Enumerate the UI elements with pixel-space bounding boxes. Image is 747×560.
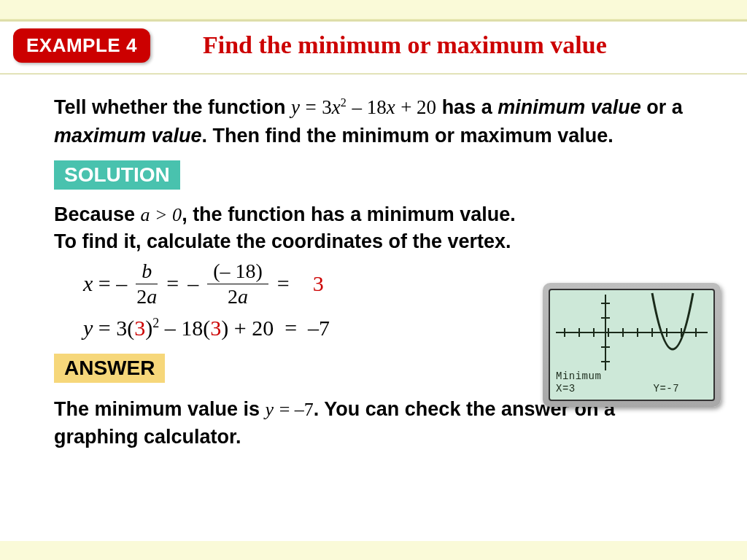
eq2-sq: 2	[152, 316, 159, 330]
answer-label: ANSWER	[54, 354, 165, 383]
eq1-result: 3	[313, 271, 324, 296]
problem-or: or a	[646, 96, 683, 118]
explain-p2: To find it, calculate the coordinates of…	[54, 230, 511, 252]
frac-num-neg18: (– 18)	[207, 260, 268, 284]
calculator-frame: Minimum X=3 Y=-7	[543, 283, 721, 407]
eq2-mid1: )	[145, 316, 152, 340]
eq-equals: =	[306, 96, 317, 118]
eq1-eq2: =	[166, 271, 179, 296]
explain-condition: a > 0	[141, 204, 182, 225]
eq-x: x	[332, 96, 341, 118]
explanation-line2: To find it, calculate the coordinates of…	[54, 228, 693, 254]
minimum-value-text: minimum value	[498, 96, 641, 118]
problem-lead2: has a	[442, 96, 492, 118]
problem-lead: Tell whether the function	[54, 96, 286, 118]
eq-x2: x	[387, 96, 395, 118]
problem-statement: Tell whether the function y = 3x2 – 18x …	[54, 93, 693, 150]
fraction-neg18-over-2a: (– 18) 2a	[207, 260, 268, 307]
eq1-x: x	[83, 271, 93, 295]
eq1-neg2: –	[187, 271, 198, 296]
eq1-eq3: =	[277, 271, 290, 296]
calc-line1: Minimum	[556, 370, 679, 383]
frac-num-b: b	[136, 260, 158, 284]
fraction-b-over-2a: b 2a	[136, 260, 158, 307]
page-title: Find the minimum or maximum value	[203, 27, 747, 68]
solution-label: SOLUTION	[54, 160, 180, 190]
eq2-equals: =	[285, 316, 297, 340]
eq-mid: – 18	[352, 96, 386, 118]
eq2-v1: 3	[134, 316, 145, 340]
header-band: EXAMPLE 4 Find the minimum or maximum va…	[0, 20, 747, 74]
calculator-screen: Minimum X=3 Y=-7	[549, 289, 715, 401]
eq1-neg1: –	[116, 271, 127, 295]
eq2-mid2: – 18(	[159, 316, 210, 340]
explanation-line1: Because a > 0, the function has a minimu…	[54, 201, 693, 228]
eq-tail: + 20	[400, 96, 436, 118]
eq2-out: –7	[308, 316, 330, 340]
explain-tail1: , the function has a minimum value.	[182, 203, 516, 225]
eq1-eq1: =	[98, 271, 111, 295]
problem-tail: . Then find the minimum or maximum value…	[202, 125, 614, 147]
eq-squared: 2	[341, 96, 347, 109]
final-p1: The minimum value is	[54, 398, 266, 420]
frac-den-2a: 2a	[136, 284, 157, 307]
eq2-v2: 3	[210, 316, 221, 340]
calc-x: X=3	[556, 383, 576, 394]
example-badge: EXAMPLE 4	[13, 28, 150, 63]
eq-coef: 3	[322, 96, 332, 118]
maximum-value-text: maximum value	[54, 125, 202, 147]
explain-because: Because	[54, 203, 141, 225]
eq-y: y	[291, 96, 300, 118]
decorative-stripe	[0, 0, 747, 20]
calculator-readout: Minimum X=3 Y=-7	[556, 370, 679, 395]
calc-y: Y=-7	[654, 383, 680, 394]
frac-den-2a-2: 2a	[228, 284, 248, 307]
eq2-mid3: ) + 20	[221, 316, 274, 340]
